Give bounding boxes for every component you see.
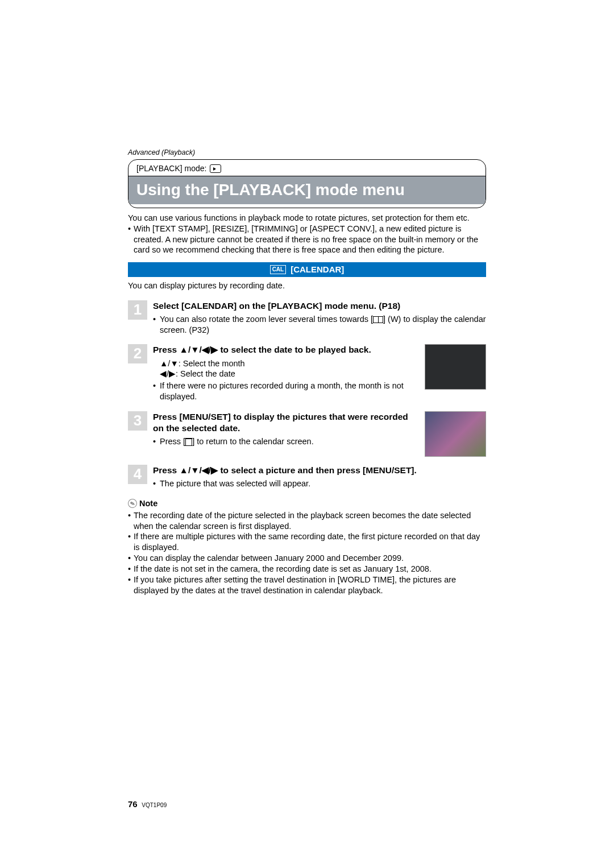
bullet-dot: • bbox=[128, 574, 134, 596]
step-title: Press ▲/▼/◀/▶ to select the date to be p… bbox=[153, 344, 414, 356]
step-4: 4 Press ▲/▼/◀/▶ to select a picture and … bbox=[128, 465, 486, 490]
multi-icon bbox=[373, 316, 383, 323]
note-item: •If the date is not set in the camera, t… bbox=[128, 564, 486, 574]
bullet-pre: You can also rotate the zoom lever sever… bbox=[160, 315, 373, 324]
arrow-row-2: ◀/▶: Select the date bbox=[160, 369, 414, 379]
step-number: 3 bbox=[128, 411, 147, 431]
intro-text: You can use various functions in playbac… bbox=[128, 213, 486, 255]
note-text: If there are multiple pictures with the … bbox=[134, 531, 486, 553]
note-item: •You can display the calendar between Ja… bbox=[128, 553, 486, 564]
note-text: If the date is not set in the camera, th… bbox=[134, 564, 432, 574]
note-text: You can display the calendar between Jan… bbox=[134, 553, 404, 564]
mode-label: [PLAYBACK] mode: bbox=[136, 163, 206, 173]
step-body: Press ▲/▼/◀/▶ to select the date to be p… bbox=[153, 344, 414, 403]
note-text: The recording date of the picture select… bbox=[134, 510, 486, 532]
note-text: If you take pictures after setting the t… bbox=[134, 574, 486, 596]
step-body: Press [MENU/SET] to display the pictures… bbox=[153, 411, 414, 448]
bullet-dot: • bbox=[128, 510, 134, 532]
playback-icon bbox=[210, 164, 221, 173]
note-label: Note bbox=[139, 498, 157, 509]
t-a: Press bbox=[153, 465, 180, 475]
step-bullet: • Press [] to return to the calendar scr… bbox=[153, 436, 414, 447]
step-bullet: • If there were no pictures recorded dur… bbox=[153, 381, 414, 402]
intro-line1: You can use various functions in playbac… bbox=[128, 213, 486, 224]
step-title: Select [CALENDAR] on the [PLAYBACK] mode… bbox=[153, 300, 486, 312]
arrows-icon: ▲/▼/◀/▶ bbox=[180, 345, 218, 354]
page-footer: 76 VQT1P09 bbox=[128, 799, 167, 810]
step-bullet: • You can also rotate the zoom lever sev… bbox=[153, 314, 486, 336]
step-bullet: • The picture that was selected will app… bbox=[153, 478, 486, 489]
note-item: •If you take pictures after setting the … bbox=[128, 574, 486, 596]
step-title: Press [MENU/SET] to display the pictures… bbox=[153, 411, 414, 434]
note-item: •The recording date of the picture selec… bbox=[128, 510, 486, 532]
step-number: 2 bbox=[128, 344, 147, 363]
step-number: 4 bbox=[128, 465, 147, 484]
thumb-calendar bbox=[425, 344, 486, 390]
bullet-text: You can also rotate the zoom lever sever… bbox=[160, 314, 486, 336]
page-title: Using the [PLAYBACK] mode menu bbox=[128, 176, 486, 204]
row-text: : Select the date bbox=[176, 369, 235, 378]
feature-bar: CAL [CALENDAR] bbox=[128, 262, 486, 277]
arrows-vert-icon: ▲/▼ bbox=[160, 359, 179, 368]
arrow-row-1: ▲/▼: Select the month bbox=[160, 358, 414, 369]
step-body: Press ▲/▼/◀/▶ to select a picture and th… bbox=[153, 465, 486, 490]
notes-list: •The recording date of the picture selec… bbox=[128, 510, 486, 596]
t-b: to select a picture and then press [MENU… bbox=[218, 465, 417, 475]
page-number: 76 bbox=[128, 799, 138, 809]
bullet-text: The picture that was selected will appea… bbox=[160, 478, 310, 489]
page-header-card: [PLAYBACK] mode: Using the [PLAYBACK] mo… bbox=[128, 159, 486, 208]
bullet-dot: • bbox=[153, 436, 160, 447]
thumb-picture bbox=[425, 411, 486, 457]
arrows-horiz-icon: ◀/▶ bbox=[160, 369, 176, 378]
bullet-dot: • bbox=[153, 478, 160, 489]
bullet-dot: • bbox=[128, 531, 134, 553]
step-title: Press ▲/▼/◀/▶ to select a picture and th… bbox=[153, 465, 486, 476]
bullet-dot: • bbox=[153, 381, 160, 402]
arrows-icon: ▲/▼/◀/▶ bbox=[180, 465, 218, 475]
section-label: Advanced (Playback) bbox=[128, 148, 486, 157]
bullet-dot: • bbox=[153, 314, 160, 336]
step-3: 3 Press [MENU/SET] to display the pictur… bbox=[128, 411, 486, 457]
row-text: : Select the month bbox=[179, 359, 245, 368]
mode-row: [PLAYBACK] mode: bbox=[136, 162, 478, 176]
feature-title: [CALENDAR] bbox=[291, 264, 344, 275]
calendar-icon: CAL bbox=[270, 265, 287, 274]
step-2: 2 Press ▲/▼/◀/▶ to select the date to be… bbox=[128, 344, 486, 403]
picture-screenshot bbox=[425, 411, 486, 457]
bullet-post: ] to return to the calendar screen. bbox=[192, 437, 314, 446]
bullet-pre: Press [ bbox=[160, 437, 185, 446]
doc-code: VQT1P09 bbox=[142, 802, 167, 808]
t-b: to select the date to be played back. bbox=[218, 345, 371, 354]
intro-line2: With [TEXT STAMP], [RESIZE], [TRIMMING] … bbox=[134, 224, 486, 256]
bullet-text: Press [] to return to the calendar scree… bbox=[160, 436, 314, 447]
note-heading: ✎ Note bbox=[128, 498, 486, 509]
note-icon: ✎ bbox=[127, 498, 138, 509]
step-body: Select [CALENDAR] on the [PLAYBACK] mode… bbox=[153, 300, 486, 337]
note-item: •If there are multiple pictures with the… bbox=[128, 531, 486, 553]
intro-bullet: • With [TEXT STAMP], [RESIZE], [TRIMMING… bbox=[128, 224, 486, 256]
bullet-dot: • bbox=[128, 553, 134, 564]
t-a: Press bbox=[153, 345, 180, 354]
bullet-dot: • bbox=[128, 224, 134, 256]
step-number: 1 bbox=[128, 300, 147, 320]
bullet-dot: • bbox=[128, 564, 134, 574]
feature-subintro: You can display pictures by recording da… bbox=[128, 280, 486, 291]
trash-icon bbox=[185, 438, 192, 446]
bullet-text: If there were no pictures recorded durin… bbox=[160, 381, 414, 402]
step-1: 1 Select [CALENDAR] on the [PLAYBACK] mo… bbox=[128, 300, 486, 337]
calendar-screenshot bbox=[425, 344, 486, 390]
